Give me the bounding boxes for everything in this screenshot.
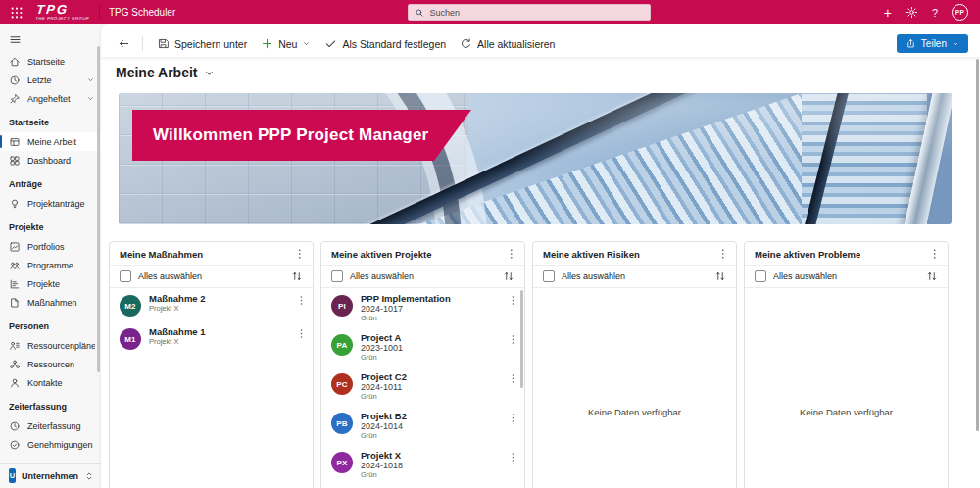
more-options-button[interactable] xyxy=(296,248,304,260)
sidebar-item-genehmigungen[interactable]: Genehmigungen xyxy=(0,435,101,454)
list-item[interactable]: M1Maßnahme 1Projekt X xyxy=(110,321,313,355)
select-all-row: Alles auswählen xyxy=(533,266,736,288)
measure-icon xyxy=(9,297,21,309)
item-text: Project A2023-1001Grün xyxy=(361,332,502,362)
project-icon xyxy=(9,278,21,290)
app-window: TPG THE PROJECT GROUP TPG Scheduler + ? … xyxy=(0,0,980,488)
help-icon[interactable]: ? xyxy=(932,7,938,19)
item-code: 2023-1001 xyxy=(361,343,502,353)
sidebar-item-label: Projekte xyxy=(27,279,60,289)
sidebar-item-label: Kontakte xyxy=(27,378,63,388)
item-name: Project A xyxy=(361,332,502,343)
banner-image: Willkommen PPP Project Manager xyxy=(119,93,952,224)
sort-button[interactable] xyxy=(503,270,514,282)
sidebar-item-ma-nahmen[interactable]: Maßnahmen xyxy=(0,293,101,312)
select-all-checkbox[interactable] xyxy=(755,270,766,282)
search-box[interactable] xyxy=(408,4,651,21)
refresh-all-button[interactable]: Alle aktualisieren xyxy=(453,34,562,53)
more-options-button[interactable] xyxy=(510,411,516,423)
share-label: Teilen xyxy=(921,38,947,49)
list-item[interactable]: PAProject A2023-1001Grün xyxy=(321,327,524,366)
hamburger-menu-icon[interactable] xyxy=(0,28,101,52)
item-name: Maßnahme 1 xyxy=(149,326,290,337)
sidebar-item-startseite[interactable]: Startseite xyxy=(0,52,101,71)
save-as-button[interactable]: Speichern unter xyxy=(150,34,254,53)
sidebar-item-programme[interactable]: Programme xyxy=(0,256,101,274)
list-item[interactable]: PIPPP Implementation2024-1017Grün xyxy=(321,288,524,327)
card-list: Keine Daten verfügbar xyxy=(745,288,948,488)
sidebar-item-ressourcenpl-ne[interactable]: Ressourcenpläne xyxy=(0,336,101,355)
sidebar-scrollbar-thumb[interactable] xyxy=(97,46,100,372)
sidebar-item-label: Angeheftet xyxy=(27,94,71,104)
select-all-checkbox[interactable] xyxy=(120,270,131,282)
sidebar-item-label: Ressourcenpläne xyxy=(27,341,95,351)
more-options-button[interactable] xyxy=(508,248,515,260)
sidebar-item-portfolios[interactable]: Portfolios xyxy=(0,237,101,256)
more-options-button[interactable] xyxy=(510,332,516,345)
user-avatar[interactable]: PP xyxy=(952,4,968,21)
home-icon xyxy=(9,56,21,68)
sort-button[interactable] xyxy=(926,270,938,282)
approve-icon xyxy=(9,439,21,451)
select-all-checkbox[interactable] xyxy=(543,270,555,282)
sidebar-item-label: Portfolios xyxy=(27,242,65,252)
select-all-row: Alles auswählen xyxy=(745,266,948,288)
sidebar-item-meine-arbeit[interactable]: Meine Arbeit xyxy=(0,132,101,151)
main-panel: Speichern unter Neu Als Standard festleg… xyxy=(101,24,980,488)
new-button[interactable]: Neu xyxy=(254,34,318,53)
more-options-button[interactable] xyxy=(719,248,727,260)
sort-button[interactable] xyxy=(714,270,726,282)
tpg-logo: TPG THE PROJECT GROUP xyxy=(35,3,91,21)
sidebar-item-label: Letzte xyxy=(27,75,52,85)
sidebar-item-projekte[interactable]: Projekte xyxy=(0,274,101,293)
more-options-button[interactable] xyxy=(510,371,516,384)
share-button[interactable]: Teilen xyxy=(897,34,968,53)
more-options-button[interactable] xyxy=(931,248,939,260)
sidebar-item-ressourcen[interactable]: Ressourcen xyxy=(0,355,101,373)
org-label: Unternehmen xyxy=(22,471,78,481)
search-input[interactable] xyxy=(429,8,644,18)
sidebar-item-angeheftet[interactable]: Angeheftet xyxy=(0,89,101,108)
org-switcher[interactable]: U Unternehmen xyxy=(0,463,101,488)
sort-button[interactable] xyxy=(291,270,303,282)
set-default-button[interactable]: Als Standard festlegen xyxy=(318,34,453,53)
sidebar-item-kontakte[interactable]: Kontakte xyxy=(0,373,101,392)
item-text: Projekt X2024-1018Grün xyxy=(361,450,502,479)
select-all-row: Alles auswählen xyxy=(321,266,524,288)
list-scrollbar-thumb[interactable] xyxy=(520,290,523,388)
avatar: M1 xyxy=(120,328,141,350)
gear-icon[interactable] xyxy=(906,6,918,19)
item-text: Maßnahme 1Projekt X xyxy=(149,326,290,346)
more-options-button[interactable] xyxy=(510,293,516,306)
sidebar-section-header: Personen xyxy=(0,312,101,336)
sidebar-item-dashboard[interactable]: Dashboard xyxy=(0,151,101,170)
avatar: M2 xyxy=(120,295,141,317)
item-name: Project C2 xyxy=(361,371,502,382)
list-item[interactable]: M2Maßnahme 2Projekt X xyxy=(110,288,313,321)
card-list: Keine Daten verfügbar xyxy=(533,288,736,488)
list-item[interactable]: PXProjekt X2024-1018Grün xyxy=(321,445,524,484)
more-options-button[interactable] xyxy=(298,293,305,306)
sidebar-item-zeiterfassung[interactable]: Zeiterfassung xyxy=(0,416,101,435)
back-button[interactable] xyxy=(113,34,135,53)
more-options-button[interactable] xyxy=(510,450,516,463)
main-scrollbar-thumb[interactable] xyxy=(976,59,979,431)
add-icon[interactable]: + xyxy=(884,6,892,20)
item-code: 2024-1011 xyxy=(361,382,502,392)
list-item[interactable]: PXProjekt XY xyxy=(321,484,524,488)
new-label: Neu xyxy=(278,38,297,50)
item-name: Projekt X xyxy=(361,450,502,461)
list-item[interactable]: PCProject C22024-1011Grün xyxy=(321,366,524,406)
refresh-icon xyxy=(460,37,472,50)
sidebar-item-letzte[interactable]: Letzte xyxy=(0,71,101,89)
sidebar-item-projektantr-ge[interactable]: Projektanträge xyxy=(0,194,101,213)
waffle-icon[interactable] xyxy=(10,6,24,20)
select-all-checkbox[interactable] xyxy=(331,270,343,282)
list-item[interactable]: PBProjekt B22024-1014Grün xyxy=(321,406,524,445)
avatar: PA xyxy=(331,334,353,356)
checkmark-icon xyxy=(324,37,337,50)
more-options-button[interactable] xyxy=(298,326,305,339)
set-default-label: Als Standard festlegen xyxy=(342,38,446,50)
topbar: TPG THE PROJECT GROUP TPG Scheduler + ? … xyxy=(0,0,980,24)
chevron-down-icon[interactable] xyxy=(204,68,215,78)
